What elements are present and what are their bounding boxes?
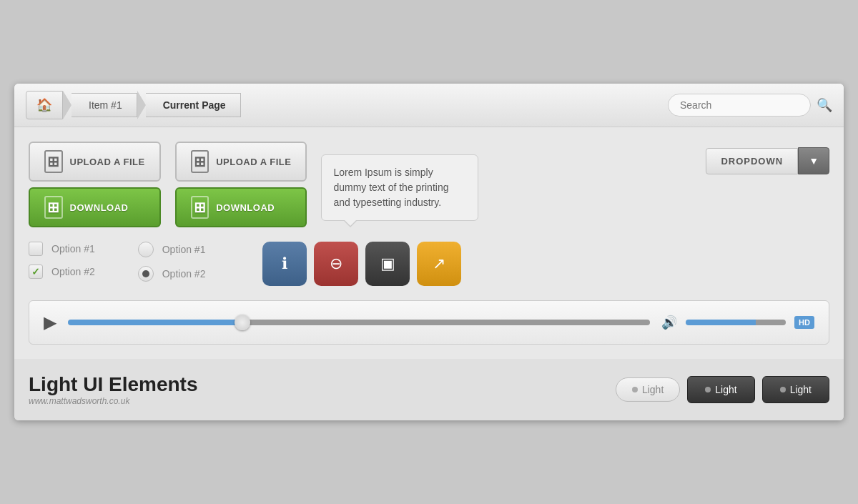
- checkbox-1[interactable]: [29, 242, 43, 256]
- volume-track[interactable]: [686, 320, 786, 325]
- checkbox-row-1[interactable]: Option #1: [29, 242, 95, 256]
- info-button[interactable]: ℹ: [262, 242, 307, 286]
- search-button[interactable]: 🔍: [817, 97, 832, 113]
- external-link-icon: ↗: [433, 255, 445, 273]
- breadcrumb-item1[interactable]: Item #1: [72, 93, 137, 117]
- external-button[interactable]: ↗: [417, 242, 461, 286]
- light-dot-1: [632, 387, 638, 392]
- download-icon-2: ⊞: [191, 196, 209, 219]
- tablet-button[interactable]: ▣: [365, 242, 410, 286]
- radio-1[interactable]: [138, 242, 154, 257]
- light-button-outline[interactable]: Light: [616, 377, 680, 402]
- play-button[interactable]: ▶: [44, 312, 56, 332]
- search-input[interactable]: [668, 94, 811, 117]
- footer: Light UI Elements www.mattwadsworth.co.u…: [14, 359, 844, 420]
- checkbox-row-2[interactable]: ✓ Option #2: [29, 265, 95, 279]
- dropdown-arrow-button[interactable]: ▼: [798, 147, 829, 174]
- light-button-dark-2[interactable]: Light: [762, 376, 829, 403]
- tooltip-wrapper: Lorem Ipsum is simply dummy text of the …: [321, 147, 478, 221]
- checkbox-2[interactable]: ✓: [29, 265, 43, 279]
- light-button-dark-1[interactable]: Light: [687, 376, 754, 403]
- breadcrumb-current[interactable]: Current Page: [146, 93, 241, 117]
- options-row: Option #1 ✓ Option #2 Option #1 Option #…: [29, 242, 829, 286]
- hd-badge: HD: [794, 316, 814, 329]
- play-icon: ▶: [44, 312, 56, 332]
- download-icon-1: ⊞: [44, 196, 63, 219]
- light-buttons-group: Light Light Light: [616, 376, 829, 403]
- header: 🏠 Item #1 Current Page 🔍: [14, 84, 844, 127]
- main-container: 🏠 Item #1 Current Page 🔍 ⊞: [14, 84, 844, 420]
- search-icon: 🔍: [817, 98, 832, 112]
- radio-row-2[interactable]: Option #2: [138, 266, 206, 282]
- footer-title-area: Light UI Elements www.mattwadsworth.co.u…: [29, 373, 601, 406]
- file-buttons-group-2: ⊞ UPLOAD A FILE ⊞ DOWNLOAD: [175, 142, 307, 227]
- progress-track[interactable]: [68, 320, 650, 325]
- action-buttons-group: ℹ ⊖ ▣ ↗: [262, 242, 461, 286]
- media-player: ▶ 🔊 HD: [29, 300, 829, 345]
- upload-icon-1: ⊞: [44, 150, 63, 173]
- download-button-2[interactable]: ⊞ DOWNLOAD: [175, 187, 307, 227]
- search-area: 🔍: [668, 94, 832, 117]
- breadcrumb: 🏠 Item #1 Current Page: [26, 91, 668, 119]
- top-row: ⊞ UPLOAD A FILE ⊞ DOWNLOAD ⊞ UPLOAD A FI…: [29, 142, 829, 227]
- dropdown-wrapper: DROPDOWN ▼: [706, 147, 829, 174]
- content-area: ⊞ UPLOAD A FILE ⊞ DOWNLOAD ⊞ UPLOAD A FI…: [14, 127, 844, 345]
- upload-button-1[interactable]: ⊞ UPLOAD A FILE: [29, 142, 161, 182]
- player-right: 🔊 HD: [661, 315, 814, 330]
- volume-icon: 🔊: [661, 315, 677, 330]
- stop-button[interactable]: ⊖: [314, 242, 358, 286]
- home-button[interactable]: 🏠: [26, 91, 63, 119]
- dropdown-label[interactable]: DROPDOWN: [706, 148, 798, 174]
- breadcrumb-divider1: [63, 91, 72, 119]
- progress-thumb[interactable]: [235, 315, 250, 330]
- radio-group: Option #1 Option #2: [138, 242, 206, 282]
- upload-button-2[interactable]: ⊞ UPLOAD A FILE: [175, 142, 307, 182]
- footer-subtitle: www.mattwadsworth.co.uk: [29, 396, 601, 406]
- checkbox-group: Option #1 ✓ Option #2: [29, 242, 95, 279]
- radio-2[interactable]: [138, 266, 154, 282]
- radio-row-1[interactable]: Option #1: [138, 242, 206, 257]
- stop-icon: ⊖: [330, 255, 342, 273]
- home-icon: 🏠: [36, 97, 52, 113]
- footer-title: Light UI Elements: [29, 373, 601, 396]
- info-icon: ℹ: [282, 255, 287, 273]
- upload-icon-2: ⊞: [191, 150, 209, 173]
- light-dot-2: [705, 387, 711, 392]
- light-dot-3: [780, 387, 786, 392]
- tablet-icon: ▣: [380, 255, 395, 273]
- download-button-1[interactable]: ⊞ DOWNLOAD: [29, 187, 161, 227]
- chevron-down-icon: ▼: [809, 155, 819, 167]
- tooltip-box: Lorem Ipsum is simply dummy text of the …: [321, 154, 478, 221]
- file-buttons-group: ⊞ UPLOAD A FILE ⊞ DOWNLOAD: [29, 142, 161, 227]
- breadcrumb-divider2: [137, 91, 146, 119]
